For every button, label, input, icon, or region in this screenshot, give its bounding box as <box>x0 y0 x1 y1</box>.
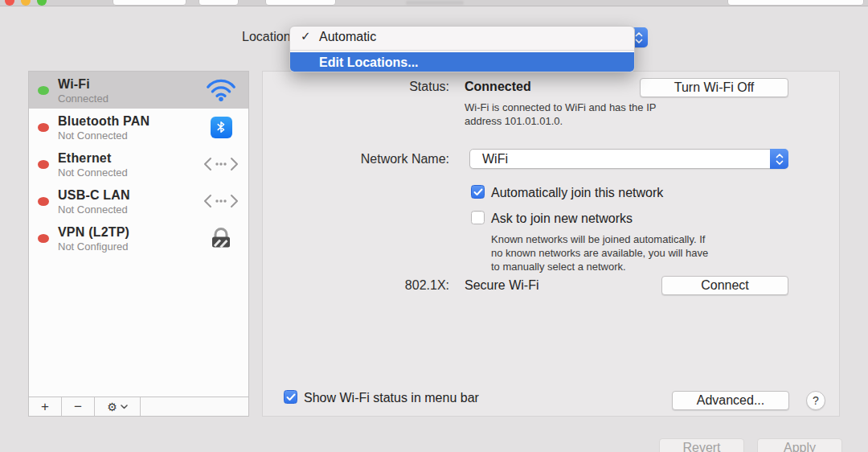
auto-join-label: Automatically join this network <box>491 186 663 200</box>
revert-button[interactable]: Revert <box>659 438 744 452</box>
show-wifi-status-label: Show Wi-Fi status in menu bar <box>304 391 479 405</box>
sidebar-item-vpn-l2tp[interactable]: VPN (L2TP) Not Configured <box>29 220 248 257</box>
bluetooth-icon <box>202 109 240 146</box>
location-label: Location: <box>185 30 294 44</box>
interface-status: Connected <box>58 92 108 105</box>
minimize-button[interactable] <box>21 0 31 6</box>
dot1x-label: 802.1X: <box>369 278 449 293</box>
minus-icon: − <box>74 399 82 415</box>
location-menu: ✓ Automatic Edit Locations... <box>289 26 635 72</box>
status-dot-disconnected <box>38 197 49 206</box>
window-title <box>406 1 464 5</box>
toolbar-view-button[interactable] <box>265 0 336 6</box>
chevron-down-icon <box>121 405 128 409</box>
network-name-value: WiFi <box>482 152 508 166</box>
network-name-dropdown[interactable]: WiFi <box>469 149 788 169</box>
help-button[interactable]: ? <box>806 391 825 410</box>
lock-icon <box>202 220 240 257</box>
status-dot-disconnected <box>38 160 49 169</box>
gear-icon: ⚙ <box>107 401 117 413</box>
sidebar-footer: + − ⚙ <box>29 397 248 416</box>
interface-actions-button[interactable]: ⚙ <box>95 397 141 416</box>
ethernet-icon <box>202 183 240 220</box>
status-dot-connected <box>38 86 49 95</box>
close-button[interactable] <box>5 0 14 6</box>
sidebar-item-bluetooth-pan[interactable]: Bluetooth PAN Not Connected <box>29 109 248 146</box>
search-field[interactable] <box>727 0 864 6</box>
wifi-settings-panel: Status: Connected Turn Wi-Fi Off Wi-Fi i… <box>262 71 840 417</box>
title-bar <box>0 0 868 6</box>
wifi-icon <box>202 72 240 109</box>
interface-status: Not Connected <box>58 129 128 142</box>
toolbar-show-all-button[interactable] <box>199 0 239 6</box>
interface-name: VPN (L2TP) <box>58 225 129 240</box>
menu-item-label: Automatic <box>319 30 376 44</box>
dot1x-value: Secure Wi-Fi <box>465 278 538 293</box>
ask-join-hint: Known networks will be joined automatica… <box>491 232 796 273</box>
checkmark-icon: ✓ <box>301 29 311 43</box>
status-value: Connected <box>465 80 531 94</box>
status-description: Wi-Fi is connected to WiFi and has the I… <box>465 101 802 128</box>
interface-name: Ethernet <box>58 151 112 166</box>
ask-join-label: Ask to join new networks <box>491 212 633 226</box>
interface-status: Not Connected <box>58 166 128 179</box>
interface-status: Not Configured <box>58 240 128 253</box>
apply-button[interactable]: Apply <box>757 438 842 452</box>
interface-name: Wi-Fi <box>58 77 90 92</box>
auto-join-checkbox[interactable] <box>471 185 485 199</box>
status-label: Status: <box>343 80 449 94</box>
ask-join-checkbox[interactable] <box>471 211 485 224</box>
sidebar-item-wifi[interactable]: Wi-Fi Connected <box>29 72 248 109</box>
popup-stepper-icon <box>770 149 788 169</box>
network-name-label: Network Name: <box>311 152 449 166</box>
interfaces-sidebar: Wi-Fi Connected Bluetooth PAN Not Connec… <box>28 71 249 417</box>
toolbar-back-forward-buttons[interactable] <box>113 0 186 6</box>
advanced-button[interactable]: Advanced... <box>672 391 789 410</box>
connect-button[interactable]: Connect <box>661 276 788 295</box>
menu-item-label: Edit Locations... <box>319 55 419 70</box>
status-dot-disconnected <box>38 234 49 243</box>
interface-name: USB-C LAN <box>58 188 130 203</box>
show-wifi-status-checkbox[interactable] <box>284 390 297 404</box>
network-preferences-window: Location: ✓ Automatic Edit Locations... … <box>0 0 868 452</box>
zoom-button[interactable] <box>37 0 47 6</box>
turn-wifi-off-button[interactable]: Turn Wi-Fi Off <box>640 78 788 97</box>
sidebar-item-ethernet[interactable]: Ethernet Not Connected <box>29 146 248 183</box>
menu-item-edit-locations[interactable]: Edit Locations... <box>290 52 634 72</box>
check-icon <box>286 393 296 401</box>
interface-name: Bluetooth PAN <box>58 114 149 129</box>
remove-interface-button[interactable]: − <box>62 397 95 416</box>
ethernet-icon <box>202 146 240 183</box>
interface-status: Not Connected <box>58 203 128 216</box>
check-icon <box>473 188 483 196</box>
add-interface-button[interactable]: + <box>29 397 62 416</box>
menu-item-automatic[interactable]: ✓ Automatic <box>290 27 634 47</box>
sidebar-item-usb-c-lan[interactable]: USB-C LAN Not Connected <box>29 183 248 220</box>
plus-icon: + <box>41 399 49 415</box>
status-dot-disconnected <box>38 123 49 132</box>
